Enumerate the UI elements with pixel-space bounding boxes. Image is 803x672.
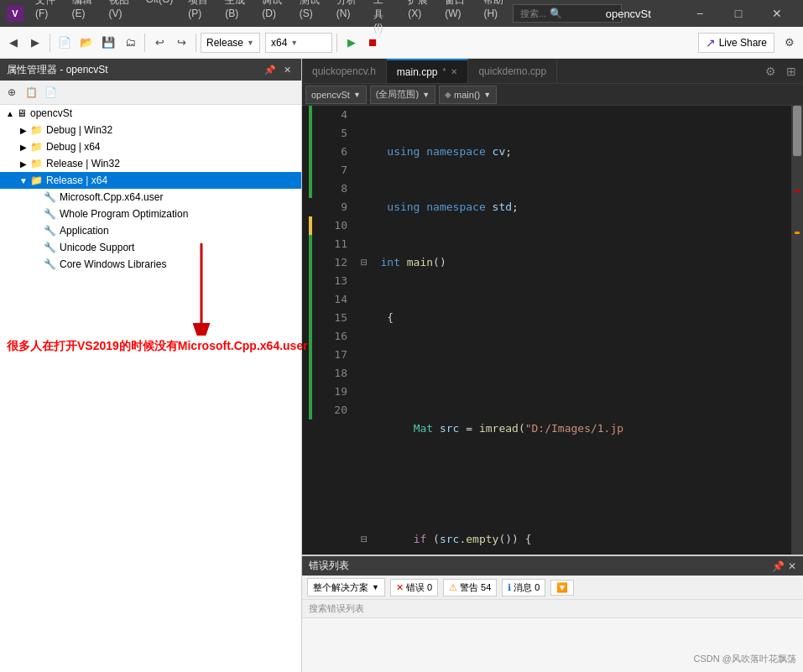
config-dropdown[interactable]: Release ▼ <box>201 33 260 53</box>
maximize-button[interactable]: □ <box>719 0 758 27</box>
menu-help[interactable]: 帮助(H) <box>477 0 512 37</box>
menu-view[interactable]: 视图(V) <box>102 0 138 37</box>
menu-tools[interactable]: 工具(I) <box>367 0 399 37</box>
scope-member-dropdown[interactable]: ◆ main() ▼ <box>439 86 497 104</box>
wrench-icon-core-win: 🔧 <box>44 258 56 270</box>
warning-badge[interactable]: ⚠ 警告 54 <box>443 579 497 596</box>
toolbar-separator-4 <box>336 34 337 52</box>
menu-build[interactable]: 生成(B) <box>218 0 253 37</box>
open-properties-button[interactable]: 📄 <box>41 83 60 102</box>
member-icon: ◆ <box>445 90 451 99</box>
info-badge[interactable]: ℹ 消息 0 <box>502 579 545 596</box>
search-input[interactable]: 搜索... <box>520 8 546 20</box>
menu-project[interactable]: 项目(P) <box>181 0 216 37</box>
scope-context-dropdown[interactable]: (全局范围) ▼ <box>370 86 435 104</box>
tree-item-application[interactable]: 🔧 Application <box>0 222 301 239</box>
line-num-12: 12 <box>321 253 347 272</box>
back-button[interactable]: ◀ <box>3 33 23 53</box>
menu-file[interactable]: 文件(F) <box>29 0 64 37</box>
tab-expand-button[interactable]: ⊞ <box>783 63 800 80</box>
wrench-icon-ms-cpp: 🔧 <box>44 191 56 203</box>
error-icon: ✕ <box>396 582 404 593</box>
panel-pin-button[interactable]: 📌 <box>263 62 278 77</box>
menu-debug[interactable]: 调试(D) <box>255 0 290 37</box>
line-num-7: 7 <box>321 161 347 180</box>
tree-item-ms-cpp[interactable]: 🔧 Microsoft.Cpp.x64.user <box>0 189 301 206</box>
scroll-thumb[interactable] <box>793 106 801 156</box>
warning-text: 警告 <box>460 581 478 594</box>
scope-context-arrow: ▼ <box>422 91 430 99</box>
scope-context-label: (全局范围) <box>376 88 419 101</box>
minimize-button[interactable]: − <box>680 0 719 27</box>
panel-controls: 📌 ✕ <box>772 560 796 572</box>
folder-icon-release-x64: 📁 <box>30 175 43 186</box>
code-line-4: using namespace cv; <box>361 143 785 161</box>
tab-quickopencv[interactable]: quickopencv.h <box>302 59 387 83</box>
filter-arrow-icon: ▼ <box>372 583 379 591</box>
menu-analyze[interactable]: 分析(N) <box>330 0 365 37</box>
open-button[interactable]: 📂 <box>76 33 96 53</box>
menu-extensions[interactable]: 扩展(X) <box>401 0 436 37</box>
tree-item-root[interactable]: ▲ 🖥 opencvSt <box>0 105 301 122</box>
add-existing-sheet-button[interactable]: 📋 <box>22 83 40 102</box>
tab-maincpp[interactable]: main.cpp * ✕ <box>387 59 469 83</box>
line-num-5: 5 <box>321 124 347 143</box>
line-num-16: 16 <box>321 327 347 346</box>
close-maincpp-button[interactable]: ✕ <box>451 67 457 76</box>
line-num-8: 8 <box>321 180 347 198</box>
tree-item-unicode[interactable]: 🔧 Unicode Support <box>0 239 301 256</box>
tree-item-core-win[interactable]: 🔧 Core Windows Libraries <box>0 256 301 273</box>
platform-dropdown[interactable]: x64 ▼ <box>265 33 332 53</box>
stop-button[interactable]: ⏹ <box>363 33 383 53</box>
panel-close-icon[interactable]: ✕ <box>788 560 796 572</box>
vs-logo: V <box>7 5 23 22</box>
error-text: 错误 <box>406 581 425 594</box>
code-line-6: ⊟ int main() <box>361 253 785 272</box>
panel-close-button[interactable]: ✕ <box>279 62 295 77</box>
info-text: 消息 <box>514 581 532 594</box>
line-num-4: 4 <box>321 106 347 124</box>
new-project-button[interactable]: 📄 <box>55 33 75 53</box>
filter-button[interactable]: 🔽 <box>550 580 574 596</box>
close-button[interactable]: ✕ <box>758 0 796 27</box>
search-icon: 🔍 <box>550 8 562 19</box>
line-num-14: 14 <box>321 290 347 309</box>
panel-toolbar: ⊕ 📋 📄 <box>0 81 301 105</box>
tab-label-quickopencv: quickopencv.h <box>312 65 376 77</box>
tree-item-wpo[interactable]: 🔧 Whole Program Optimization <box>0 206 301 222</box>
wrench-icon-application: 🔧 <box>44 225 56 237</box>
titlebar: V 文件(F) 编辑(E) 视图(V) Git(G) 项目(P) 生成(B) 调… <box>0 0 803 27</box>
warning-count: 54 <box>481 582 491 592</box>
tab-quickdemo[interactable]: quickdemo.cpp <box>468 59 557 83</box>
error-list-header: 错误列表 📌 ✕ <box>302 556 803 576</box>
undo-button[interactable]: ↩ <box>149 33 169 53</box>
menu-window[interactable]: 窗口(W) <box>438 0 475 37</box>
save-all-button[interactable]: 🗂 <box>120 33 140 53</box>
menu-git[interactable]: Git(G) <box>139 0 180 37</box>
extensions-button[interactable]: ⚙ <box>780 33 800 53</box>
error-badge[interactable]: ✕ 错误 0 <box>390 579 438 596</box>
forward-button[interactable]: ▶ <box>25 33 45 53</box>
panel-pin-icon[interactable]: 📌 <box>772 560 785 572</box>
solution-filter-dropdown[interactable]: 整个解决方案 ▼ <box>307 578 385 596</box>
project-label: opencvSt <box>30 107 72 119</box>
line-num-17: 17 <box>321 346 347 364</box>
live-share-button[interactable]: ↗ Live Share <box>698 33 774 53</box>
error-search-placeholder: 搜索错误列表 <box>309 603 364 613</box>
error-indicator <box>795 190 800 192</box>
menu-edit[interactable]: 编辑(E) <box>65 0 101 37</box>
redo-button[interactable]: ↪ <box>171 33 191 53</box>
code-line-10 <box>361 475 785 493</box>
line-num-15: 15 <box>321 309 347 327</box>
error-search-bar[interactable]: 搜索错误列表 <box>302 600 803 618</box>
tree-item-debug-win32[interactable]: ▶ 📁 Debug | Win32 <box>0 122 301 138</box>
tree-item-debug-x64[interactable]: ▶ 📁 Debug | x64 <box>0 138 301 155</box>
tree-item-release-x64[interactable]: ▼ 📁 Release | x64 <box>0 172 301 189</box>
tree-item-release-win32[interactable]: ▶ 📁 Release | Win32 <box>0 155 301 172</box>
save-button[interactable]: 💾 <box>98 33 118 53</box>
add-property-sheet-button[interactable]: ⊕ <box>3 83 21 102</box>
tab-settings-button[interactable]: ⚙ <box>762 63 780 80</box>
scope-project-dropdown[interactable]: opencvSt ▼ <box>305 86 367 104</box>
run-button[interactable]: ▶ <box>342 33 362 53</box>
menu-test[interactable]: 测试(S) <box>293 0 328 37</box>
